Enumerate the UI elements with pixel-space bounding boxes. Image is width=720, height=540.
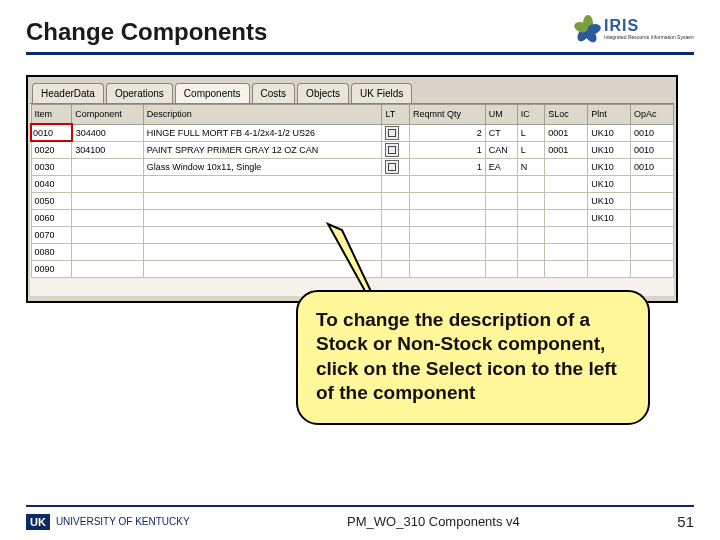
qty-cell[interactable]: 2 [409, 124, 485, 141]
tab-uk-fields[interactable]: UK Fields [351, 83, 412, 103]
col-component[interactable]: Component [72, 105, 144, 125]
grid-row[interactable]: 0040UK10 [31, 176, 674, 193]
select-icon[interactable] [385, 143, 399, 157]
iris-logo: IRIS Integrated Resource Information Sys… [574, 10, 694, 48]
col-lt[interactable]: LT [382, 105, 410, 125]
lt-cell[interactable] [382, 141, 410, 159]
col-opac[interactable]: OpAc [631, 105, 674, 125]
grid-row[interactable]: 0060UK10 [31, 210, 674, 227]
grid-row[interactable]: 0070 [31, 227, 674, 244]
uk-logo: UK UNIVERSITY OF KENTUCKY [26, 514, 190, 530]
item-cell[interactable]: 0020 [31, 141, 72, 159]
tab-costs[interactable]: Costs [252, 83, 296, 103]
ic-cell[interactable]: L [517, 141, 545, 159]
col-reqmnt-qty[interactable]: Reqmnt Qty [409, 105, 485, 125]
iris-flower-icon [574, 15, 602, 43]
sloc-cell[interactable] [545, 159, 588, 176]
select-icon[interactable] [385, 160, 399, 174]
col-um[interactable]: UM [485, 105, 517, 125]
col-description[interactable]: Description [143, 105, 382, 125]
col-plnt[interactable]: Plnt [588, 105, 631, 125]
sap-components-panel: HeaderData Operations Components Costs O… [26, 75, 678, 303]
iris-logo-subtitle: Integrated Resource Information System [604, 35, 694, 41]
tab-operations[interactable]: Operations [106, 83, 173, 103]
lt-cell[interactable] [382, 159, 410, 176]
tab-strip: HeaderData Operations Components Costs O… [28, 77, 676, 103]
ic-cell[interactable]: L [517, 124, 545, 141]
component-cell[interactable]: 304400 [72, 124, 144, 141]
header-row: Item Component Description LT Reqmnt Qty… [31, 105, 674, 125]
grid-row[interactable]: 0030 Glass Window 10x11, Single 1 EA N U… [31, 159, 674, 176]
plnt-cell[interactable]: UK10 [588, 159, 631, 176]
footer-center: PM_WO_310 Components v4 [347, 514, 520, 529]
description-cell[interactable]: PAINT SPRAY PRIMER GRAY 12 OZ CAN [143, 141, 382, 159]
sloc-cell[interactable]: 0001 [545, 124, 588, 141]
instruction-callout: To change the description of a Stock or … [296, 290, 650, 425]
tab-header-data[interactable]: HeaderData [32, 83, 104, 103]
tab-objects[interactable]: Objects [297, 83, 349, 103]
col-ic[interactable]: IC [517, 105, 545, 125]
tab-components[interactable]: Components [175, 83, 250, 103]
grid-row[interactable]: 0020 304100 PAINT SPRAY PRIMER GRAY 12 O… [31, 141, 674, 159]
iris-logo-text: IRIS [604, 17, 694, 35]
grid-row[interactable]: 0090 [31, 261, 674, 278]
plnt-cell[interactable]: UK10 [588, 141, 631, 159]
description-cell[interactable]: Glass Window 10x11, Single [143, 159, 382, 176]
um-cell[interactable]: EA [485, 159, 517, 176]
um-cell[interactable]: CAN [485, 141, 517, 159]
components-grid: Item Component Description LT Reqmnt Qty… [30, 104, 674, 278]
component-cell[interactable] [72, 159, 144, 176]
col-item[interactable]: Item [31, 105, 72, 125]
description-cell[interactable]: HINGE FULL MORT FB 4-1/2x4-1/2 US26 [143, 124, 382, 141]
qty-cell[interactable]: 1 [409, 141, 485, 159]
ic-cell[interactable]: N [517, 159, 545, 176]
grid-row[interactable]: 0010 304400 HINGE FULL MORT FB 4-1/2x4-1… [31, 124, 674, 141]
grid-row[interactable]: 0050UK10 [31, 193, 674, 210]
item-cell[interactable]: 0010 [31, 124, 72, 141]
uk-mark: UK [26, 514, 50, 530]
uk-name: UNIVERSITY OF KENTUCKY [56, 516, 190, 527]
page-number: 51 [677, 513, 694, 530]
opac-cell[interactable]: 0010 [631, 141, 674, 159]
plnt-cell[interactable]: UK10 [588, 124, 631, 141]
qty-cell[interactable]: 1 [409, 159, 485, 176]
slide-footer: UK UNIVERSITY OF KENTUCKY PM_WO_310 Comp… [0, 505, 720, 530]
lt-cell[interactable] [382, 124, 410, 141]
select-icon[interactable] [385, 126, 399, 140]
col-sloc[interactable]: SLoc [545, 105, 588, 125]
um-cell[interactable]: CT [485, 124, 517, 141]
grid-row[interactable]: 0080 [31, 244, 674, 261]
sloc-cell[interactable]: 0001 [545, 141, 588, 159]
opac-cell[interactable]: 0010 [631, 124, 674, 141]
item-cell[interactable]: 0030 [31, 159, 72, 176]
opac-cell[interactable]: 0010 [631, 159, 674, 176]
component-cell[interactable]: 304100 [72, 141, 144, 159]
